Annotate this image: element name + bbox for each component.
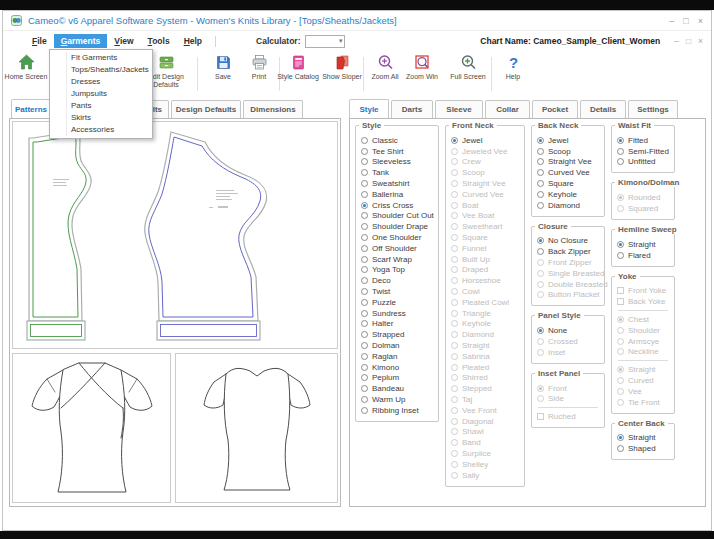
radio-deco[interactable]: Deco [361,275,435,286]
radio-side: Side [537,394,601,405]
radio-one-shoulder[interactable]: One Shoulder [361,232,435,243]
radio-straight[interactable]: Straight [617,239,671,250]
radio-shoulder-cut-out[interactable]: Shoulder Cut Out [361,211,435,222]
close-button[interactable]: × [698,16,703,26]
radio-sleeveless[interactable]: Sleeveless [361,157,435,168]
style-catalog-button[interactable]: Style Catalog [275,53,321,81]
radio-strapped[interactable]: Strapped [361,329,435,340]
radio-raglan[interactable]: Raglan [361,351,435,362]
radio-scoop[interactable]: Scoop [537,146,601,157]
option-label: Horseshoe [462,276,501,285]
radio-flared[interactable]: Flared [617,250,671,261]
radio-peplum[interactable]: Peplum [361,373,435,384]
calculator-label: Calculator: [256,36,300,46]
radio-fitted[interactable]: Fitted [617,135,671,146]
calculator-dropdown[interactable]: ▾ [305,35,345,48]
tab-pocket[interactable]: Pocket [532,100,578,118]
radio-tee-shirt[interactable]: Tee Shirt [361,146,435,157]
radio-icon [361,180,368,187]
radio-kimono[interactable]: Kimono [361,362,435,373]
radio-warm-up[interactable]: Warm Up [361,394,435,405]
radio-ribbing-inset[interactable]: Ribbing Inset [361,405,435,416]
full-screen-button[interactable]: Full Screen [445,53,491,81]
radio-dolman[interactable]: Dolman [361,340,435,351]
radio-sweatshirt[interactable]: Sweatshirt [361,178,435,189]
tab-details[interactable]: Details [580,100,626,118]
radio-vee: Vee [617,386,671,397]
tab-collar[interactable]: Collar [485,100,530,118]
radio-puzzle[interactable]: Puzzle [361,297,435,308]
menu-file[interactable]: File [25,34,54,48]
home-screen-button[interactable]: Home Screen [3,53,49,81]
radio-ballerina[interactable]: Ballerina [361,189,435,200]
menu-item-pants[interactable]: Pants [50,100,152,112]
tab-dimensions[interactable]: Dimensions [243,100,303,118]
radio-diamond[interactable]: Diamond [537,200,601,211]
menu-tools[interactable]: Tools [141,34,177,48]
child-minimize-button[interactable]: – [674,36,679,46]
menu-help[interactable]: Help [177,34,209,48]
radio-off-shoulder[interactable]: Off Shoulder [361,243,435,254]
option-label: Puzzle [372,298,396,307]
menu-item-dresses[interactable]: Dresses [50,76,152,88]
radio-icon [361,288,368,295]
option-label: Double Breasted [548,280,608,289]
radio-straight[interactable]: Straight [617,433,671,444]
radio-classic[interactable]: Classic [361,135,435,146]
menu-view[interactable]: View [107,34,140,48]
radio-square[interactable]: Square [537,178,601,189]
radio-none[interactable]: None [537,325,601,336]
child-restore-button[interactable]: □ [686,36,691,46]
pattern-piece-back[interactable] [27,131,91,340]
tab-sleeve[interactable]: Sleeve [435,100,483,118]
option-label: Straight [462,341,490,350]
radio-icon [537,291,544,298]
tab-settings[interactable]: Settings [628,100,678,118]
menu-item-jumpsuits[interactable]: Jumpsuits [50,88,152,100]
radio-criss-cross[interactable]: Criss Cross [361,200,435,211]
option-label: Vee Boat [462,211,494,220]
zoom-win-button[interactable]: Zoom Win [399,53,445,81]
menu-garments[interactable]: Garments [54,34,108,48]
radio-icon [617,316,624,323]
radio-icon [451,223,458,230]
radio-back-zipper[interactable]: Back Zipper [537,246,601,257]
tab-style[interactable]: Style [349,99,389,118]
radio-tank[interactable]: Tank [361,167,435,178]
radio-curved-vee[interactable]: Curved Vee [537,167,601,178]
radio-jewel[interactable]: Jewel [537,135,601,146]
option-label: Unfitted [628,157,656,166]
menu-item-tops-sheaths-jackets[interactable]: Tops/Sheaths/Jackets [50,64,152,76]
radio-halter[interactable]: Halter [361,319,435,330]
radio-scarf-wrap[interactable]: Scarf Wrap [361,254,435,265]
radio-jewel[interactable]: Jewel [451,135,521,146]
menu-item-skirts[interactable]: Skirts [50,112,152,124]
tab-darts[interactable]: Darts [391,100,433,118]
radio-sundress[interactable]: Sundress [361,308,435,319]
tab-patterns[interactable]: Patterns [11,99,51,118]
group-inset-panel: Inset PanelFrontSideRuched [531,373,605,428]
show-sloper-button[interactable]: Show Sloper [319,53,365,81]
radio-keyhole[interactable]: Keyhole [537,189,601,200]
radio-shaped[interactable]: Shaped [617,443,671,454]
child-close-button[interactable]: × [698,36,703,46]
help-button[interactable]: ? Help [490,53,536,81]
maximize-button[interactable]: □ [683,16,688,26]
pattern-canvas[interactable] [12,121,338,349]
radio-twist[interactable]: Twist [361,286,435,297]
radio-no-closure[interactable]: No Closure [537,236,601,247]
radio-bandeau[interactable]: Bandeau [361,383,435,394]
radio-semi-fitted[interactable]: Semi-Fitted [617,146,671,157]
pattern-piece-front[interactable] [145,132,267,340]
minimize-button[interactable]: – [669,16,674,26]
radio-shoulder-drape[interactable]: Shoulder Drape [361,221,435,232]
group-title: Kimono/Dolman [615,178,682,187]
menu-item-accessories[interactable]: Accessories [50,124,152,136]
option-label: Sally [462,471,479,480]
menu-item-fit-garments[interactable]: Fit Garments [50,52,152,64]
radio-yoga-top[interactable]: Yoga Top [361,265,435,276]
radio-triangle: Triangle [451,308,521,319]
tab-design-defaults[interactable]: Design Defaults [171,100,241,118]
radio-straight-vee[interactable]: Straight Vee [537,157,601,168]
radio-unfitted[interactable]: Unfitted [617,157,671,168]
